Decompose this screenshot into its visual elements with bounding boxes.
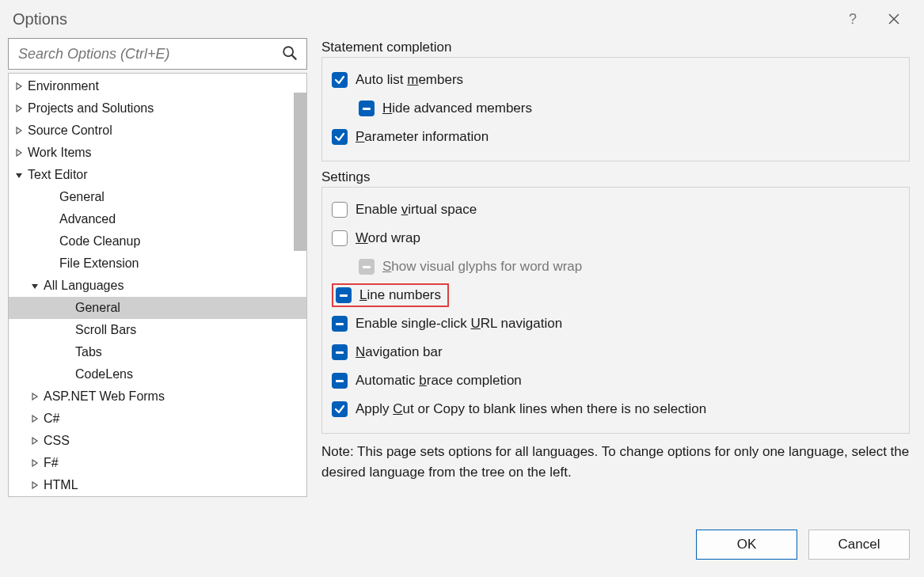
option-parameter-info[interactable]: Parameter information <box>332 123 901 151</box>
tree-scrollbar[interactable] <box>294 93 306 251</box>
note-text: Note: This page sets options for all lan… <box>321 442 910 482</box>
option-label: Show visual glyphs for word wrap <box>382 259 582 275</box>
expander-placeholder <box>45 347 56 358</box>
tree-item[interactable]: General <box>9 186 306 208</box>
chevron-down-icon[interactable] <box>13 169 25 180</box>
checkbox-indeterminate-icon[interactable] <box>332 316 348 332</box>
tree-item-label: General <box>75 301 120 315</box>
group-settings: Enable virtual space Word wrap Show visu… <box>321 187 910 434</box>
option-navigation-bar[interactable]: Navigation bar <box>332 338 901 366</box>
tree-item-label: Projects and Solutions <box>28 101 154 116</box>
option-brace-completion[interactable]: Automatic brace completion <box>332 366 901 395</box>
checkbox-indeterminate-icon[interactable] <box>336 287 352 303</box>
option-line-numbers[interactable]: Line numbers <box>332 281 901 309</box>
option-hide-advanced[interactable]: Hide advanced members <box>332 94 901 123</box>
chevron-right-icon[interactable] <box>13 125 25 136</box>
group-statement: Auto list members Hide advanced members … <box>321 57 910 161</box>
option-auto-list-members[interactable]: Auto list members <box>332 66 901 94</box>
tree-item[interactable]: Scroll Bars <box>9 319 306 341</box>
tree-item[interactable]: F# <box>9 452 306 474</box>
option-label: Navigation bar <box>356 344 443 360</box>
checkbox-checked-icon[interactable] <box>332 72 348 88</box>
expander-placeholder <box>45 325 56 336</box>
tree-item[interactable]: Code Cleanup <box>9 230 306 252</box>
tree-item[interactable]: Work Items <box>9 142 306 164</box>
chevron-right-icon[interactable] <box>29 435 40 446</box>
tree-item[interactable]: ASP.NET Web Forms <box>9 385 306 408</box>
option-cut-copy-blank[interactable]: Apply Cut or Copy to blank lines when th… <box>332 395 901 423</box>
chevron-right-icon[interactable] <box>29 391 40 402</box>
option-show-glyphs: Show visual glyphs for word wrap <box>332 252 901 281</box>
tree-item[interactable]: Projects and Solutions <box>9 97 306 120</box>
checkbox-indeterminate-icon[interactable] <box>359 101 375 116</box>
tree-item[interactable]: Source Control <box>9 120 306 142</box>
chevron-down-icon[interactable] <box>29 280 40 291</box>
checkbox-checked-icon[interactable] <box>332 129 348 145</box>
expander-placeholder <box>45 302 56 313</box>
tree-item-label: Text Editor <box>28 168 88 182</box>
checkbox-unchecked-icon[interactable] <box>332 230 348 246</box>
chevron-right-icon[interactable] <box>29 480 40 491</box>
tree-item[interactable]: File Extension <box>9 252 306 275</box>
tree-item[interactable]: Text Editor <box>9 164 306 186</box>
checkbox-indeterminate-icon[interactable] <box>332 344 348 360</box>
tree-item[interactable]: All Languages <box>9 275 306 297</box>
tree-item-label: All Languages <box>44 279 124 293</box>
tree-item-label: CodeLens <box>75 367 133 382</box>
help-button[interactable]: ? <box>835 3 870 35</box>
titlebar: Options ? <box>0 0 924 38</box>
expander-placeholder <box>29 236 40 247</box>
tree-item[interactable]: Advanced <box>9 208 306 230</box>
cancel-button[interactable]: Cancel <box>808 530 910 560</box>
tree-item-label: Code Cleanup <box>59 234 140 249</box>
svg-point-0 <box>283 47 293 56</box>
option-label: Hide advanced members <box>382 101 532 116</box>
tree-item[interactable]: C# <box>9 408 306 430</box>
expander-placeholder <box>29 214 40 225</box>
expander-placeholder <box>29 192 40 203</box>
tree-item-label: C# <box>44 412 59 426</box>
option-word-wrap[interactable]: Word wrap <box>332 224 901 252</box>
tree-item-label: F# <box>44 456 59 470</box>
checkbox-disabled-icon <box>359 259 375 275</box>
option-label: Enable single-click URL navigation <box>356 316 562 332</box>
option-label: Enable virtual space <box>356 202 477 218</box>
close-button[interactable] <box>876 3 911 35</box>
tree-item-label: General <box>59 190 105 204</box>
tree-item[interactable]: General <box>9 297 306 319</box>
tree-item-label: CSS <box>44 434 70 448</box>
checkbox-indeterminate-icon[interactable] <box>332 373 348 389</box>
expander-placeholder <box>45 369 56 380</box>
tree-item[interactable]: HTML <box>9 474 306 496</box>
chevron-right-icon[interactable] <box>13 147 25 158</box>
chevron-right-icon[interactable] <box>29 413 40 424</box>
tree-item[interactable]: CSS <box>9 430 306 452</box>
option-label: Parameter information <box>356 129 489 145</box>
tree-item[interactable]: CodeLens <box>9 363 306 385</box>
option-label: Apply Cut or Copy to blank lines when th… <box>356 401 706 417</box>
options-tree: EnvironmentProjects and SolutionsSource … <box>8 73 307 497</box>
chevron-right-icon[interactable] <box>29 457 40 469</box>
checkbox-checked-icon[interactable] <box>332 401 348 417</box>
window-title: Options <box>13 10 67 28</box>
ok-button[interactable]: OK <box>696 530 797 560</box>
option-virtual-space[interactable]: Enable virtual space <box>332 195 901 224</box>
option-label: Word wrap <box>356 230 420 246</box>
search-box[interactable] <box>8 38 307 70</box>
option-url-navigation[interactable]: Enable single-click URL navigation <box>332 309 901 338</box>
search-icon[interactable] <box>281 44 298 64</box>
tree-item-label: Source Control <box>28 123 112 138</box>
highlight-line-numbers: Line numbers <box>332 283 449 307</box>
checkbox-unchecked-icon[interactable] <box>332 202 348 218</box>
chevron-right-icon[interactable] <box>13 81 25 92</box>
tree-item[interactable]: Environment <box>9 75 306 97</box>
tree-item-label: Scroll Bars <box>75 323 136 337</box>
option-label: Automatic brace completion <box>356 373 522 389</box>
tree-item[interactable]: Tabs <box>9 341 306 363</box>
tree-item-label: ASP.NET Web Forms <box>44 389 165 404</box>
expander-placeholder <box>29 258 40 269</box>
search-input[interactable] <box>17 45 281 63</box>
chevron-right-icon[interactable] <box>13 103 25 114</box>
group-title-settings: Settings <box>321 169 910 185</box>
tree-item-label: HTML <box>44 478 78 492</box>
